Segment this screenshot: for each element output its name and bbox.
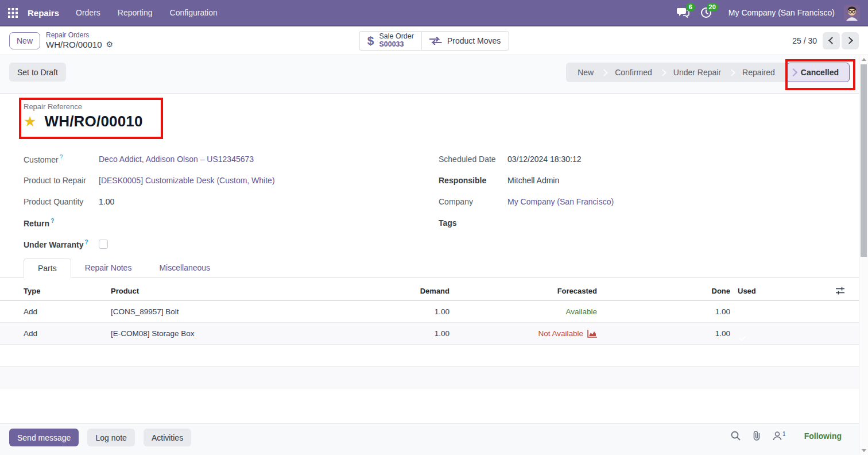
following-toggle[interactable]: Following [804, 431, 842, 441]
activities-badge: 20 [707, 3, 718, 11]
follower-person-icon [773, 431, 782, 441]
field-return: Return? [24, 212, 402, 233]
navbar-right: 6 20 My Company (San Francisco) [675, 4, 868, 21]
field-tags: Tags [439, 212, 829, 233]
log-note-button[interactable]: Log note [87, 429, 135, 446]
repair-reference-block: Repair Reference ★ WH/RO/00010 [24, 102, 143, 130]
set-to-draft-button[interactable]: Set to Draft [9, 63, 66, 82]
apps-menu-icon[interactable] [0, 0, 25, 25]
cell-done: 1.00 [597, 329, 730, 338]
product-to-repair-label: Product to Repair [24, 176, 99, 185]
tab-parts[interactable]: Parts [24, 258, 71, 278]
header-forecasted[interactable]: Forecasted [450, 287, 597, 295]
responsible-value[interactable]: Mitchell Admin [507, 176, 559, 185]
stage-group: New Confirmed Under Repair Repaired [566, 63, 786, 82]
scroll-down-arrow-icon[interactable] [862, 449, 866, 452]
cell-forecasted-not-available: Not Available [450, 329, 597, 338]
sale-order-text: Sale Order S00033 [379, 33, 413, 49]
under-warranty-checkbox[interactable] [99, 240, 108, 249]
tab-repair-notes[interactable]: Repair Notes [71, 257, 146, 277]
activities-button-chatter[interactable]: Activities [144, 429, 191, 446]
pager: 25 / 30 [792, 32, 859, 49]
parts-table-row[interactable]: Add [CONS_89957] Bolt 1.00 Available 1.0… [0, 301, 859, 323]
avatar-image [844, 5, 860, 21]
product-to-repair-value-link[interactable]: [DESK0005] Customizable Desk (Custom, Wh… [99, 176, 275, 185]
gear-icon[interactable]: ⚙ [106, 40, 114, 49]
company-label: Company [439, 197, 507, 206]
activities-button[interactable]: 20 [698, 4, 715, 21]
followers-button[interactable]: 1 [773, 431, 786, 441]
paperclip-icon [752, 431, 761, 441]
sale-order-button[interactable]: $ Sale Order S00033 [359, 31, 421, 51]
parts-table-header: Type Product Demand Forecasted Done Used [0, 281, 859, 301]
messages-badge: 6 [686, 3, 695, 11]
attachments-button[interactable] [752, 431, 761, 441]
cell-type: Add [24, 329, 111, 338]
favorite-star-icon[interactable]: ★ [24, 114, 36, 129]
menu-orders[interactable]: Orders [67, 0, 109, 25]
sliders-icon [836, 287, 844, 295]
menu-reporting[interactable]: Reporting [109, 0, 161, 25]
cell-product: [E-COM08] Storage Box [111, 329, 392, 338]
chevron-left-icon [828, 37, 836, 44]
optional-columns-button[interactable] [835, 287, 844, 295]
vertical-scrollbar[interactable] [859, 55, 868, 455]
repair-reference-label: Repair Reference [24, 102, 143, 111]
new-button[interactable]: New [9, 32, 40, 49]
parts-table-empty-row[interactable] [0, 367, 859, 388]
header-product[interactable]: Product [111, 287, 392, 295]
chatter-buttons: Send message Log note Activities [9, 429, 191, 446]
menu-configuration[interactable]: Configuration [161, 0, 226, 25]
stage-under-repair[interactable]: Under Repair [665, 68, 729, 77]
pager-next-button[interactable] [842, 32, 859, 49]
stage-cancelled-active[interactable]: Cancelled [786, 63, 850, 82]
tags-label: Tags [439, 218, 507, 228]
exchange-arrows-icon [429, 37, 442, 45]
pager-previous-button[interactable] [823, 32, 840, 49]
scheduled-date-value[interactable]: 03/12/2024 18:30:12 [507, 155, 581, 164]
send-message-button[interactable]: Send message [9, 429, 79, 446]
header-demand[interactable]: Demand [392, 287, 450, 295]
form-sheet: Repair Reference ★ WH/RO/00010 Customer?… [0, 94, 859, 423]
grid-icon [8, 8, 18, 18]
stage-new[interactable]: New [569, 68, 602, 77]
product-moves-button[interactable]: Product Moves [421, 31, 509, 51]
forecast-chart-icon[interactable] [587, 330, 597, 338]
search-icon [731, 431, 741, 441]
tab-miscellaneous[interactable]: Miscellaneous [145, 257, 224, 277]
company-value-link[interactable]: My Company (San Francisco) [507, 197, 614, 206]
field-column-left: Customer? Deco Addict, Addison Olson – U… [24, 148, 402, 255]
messages-button[interactable]: 6 [675, 4, 692, 21]
return-label: Return? [24, 218, 99, 228]
breadcrumb-parent[interactable]: Repair Orders [46, 32, 113, 40]
company-switcher[interactable]: My Company (San Francisco) [728, 8, 835, 17]
sale-order-value: S00033 [379, 41, 413, 49]
cell-demand: 1.00 [392, 329, 450, 338]
user-avatar[interactable] [844, 5, 860, 21]
cell-done: 1.00 [597, 307, 730, 316]
responsible-label: Responsible [439, 176, 507, 185]
breadcrumb-current-label: WH/RO/00010 [46, 40, 102, 49]
field-customer: Customer? Deco Addict, Addison Olson – U… [24, 148, 402, 169]
app-name[interactable]: Repairs [25, 8, 67, 18]
customer-label: Customer? [24, 154, 99, 164]
form-status-bar: Set to Draft New Confirmed Under Repair … [0, 55, 859, 94]
chatter-tools: 1 Following [731, 431, 842, 441]
stage-confirmed[interactable]: Confirmed [607, 68, 660, 77]
chevron-right-icon [846, 37, 853, 44]
product-quantity-value[interactable]: 1.00 [99, 197, 114, 206]
pager-count: 25 / 30 [792, 36, 817, 45]
header-type[interactable]: Type [24, 287, 111, 295]
repairs-app-window: Repairs Orders Reporting Configuration 6… [0, 0, 868, 455]
stage-repaired[interactable]: Repaired [734, 68, 783, 77]
help-icon: ? [51, 218, 54, 224]
customer-value-link[interactable]: Deco Addict, Addison Olson – US12345673 [99, 155, 254, 164]
parts-table-empty-row[interactable] [0, 345, 859, 367]
header-done[interactable]: Done [597, 287, 730, 295]
scrollbar-thumb[interactable] [861, 64, 867, 257]
search-messages-button[interactable] [731, 431, 741, 441]
parts-table-row[interactable]: Add [E-COM08] Storage Box 1.00 Not Avail… [0, 323, 859, 345]
scroll-up-arrow-icon[interactable] [862, 58, 866, 61]
header-used[interactable]: Used [730, 287, 758, 295]
product-moves-label: Product Moves [447, 36, 501, 45]
